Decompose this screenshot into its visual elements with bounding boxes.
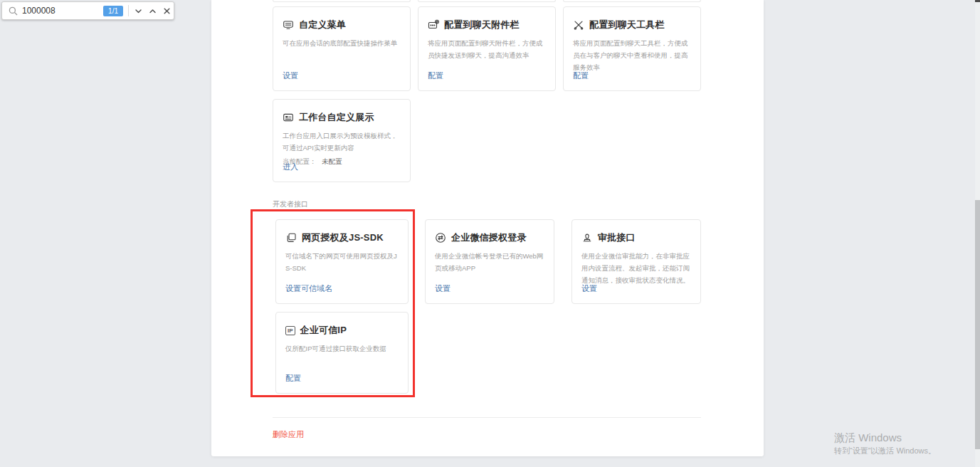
card-wecom-oauth-login: 企业微信授权登录 使用企业微信帐号登录已有的Web网页或移动APP 设置: [425, 219, 554, 304]
windows-activation-watermark: 激活 Windows 转到“设置”以激活 Windows。: [834, 431, 936, 456]
card-title: 配置到聊天工具栏: [589, 19, 665, 31]
card-title: 配置到聊天附件栏: [444, 19, 520, 31]
watermark-subtitle: 转到“设置”以激活 Windows。: [834, 446, 936, 456]
find-bar-divider: [128, 5, 129, 16]
chat-toolbar-configure-link[interactable]: 配置: [573, 70, 589, 81]
card-title: 网页授权及JS-SDK: [302, 231, 384, 244]
card-description: 将应用页面配置到聊天附件栏，方便成员快捷发送到聊天，提高沟通效率: [418, 31, 555, 61]
chat-attachment-configure-link[interactable]: 配置: [428, 70, 443, 81]
cutoff-card: [563, 0, 701, 2]
card-description: 可信域名下的网页可使用网页授权及JS-SDK: [276, 244, 408, 274]
web-auth-icon: [285, 232, 297, 243]
card-approval-api: 审批接口 使用企业微信审批能力，在非审批应用内设置流程、发起审批，还能订阅通知消…: [571, 219, 701, 304]
workbench-display-icon: [283, 112, 294, 123]
developer-api-section-label: 开发者接口: [273, 199, 308, 209]
ip-icon: IP: [285, 326, 295, 335]
card-chat-toolbar: 配置到聊天工具栏 将应用页面配置到聊天工具栏，方便成员在与客户的聊天中查看和使用…: [563, 6, 701, 91]
approval-api-settings-link[interactable]: 设置: [581, 283, 597, 294]
workbench-enter-link[interactable]: 进入: [283, 162, 298, 172]
footer-divider: [273, 417, 701, 418]
card-title: 企业微信授权登录: [451, 231, 527, 244]
menu-icon: [283, 19, 294, 31]
card-title: 工作台自定义展示: [299, 111, 374, 124]
card-title: 审批接口: [598, 231, 636, 244]
match-counter-badge: 1/1: [103, 6, 123, 16]
scrollbar-top-button[interactable]: [975, 0, 980, 2]
card-web-auth-jssdk: 网页授权及JS-SDK 可信域名下的网页可使用网页授权及JS-SDK 设置可信域…: [275, 219, 409, 304]
card-chat-attachment-bar: 配置到聊天附件栏 将应用页面配置到聊天附件栏，方便成员快捷发送到聊天，提高沟通效…: [418, 6, 556, 91]
find-input[interactable]: [22, 6, 103, 16]
card-custom-menu: 自定义菜单 可在应用会话的底部配置快捷操作菜单 设置: [273, 6, 411, 91]
cutoff-card: [418, 0, 556, 2]
card-description: 使用企业微信审批能力，在非审批应用内设置流程、发起审批，还能订阅通知消息，接收审…: [572, 244, 700, 286]
chevron-up-icon[interactable]: [147, 5, 158, 16]
trusted-ip-configure-link[interactable]: 配置: [285, 373, 301, 384]
card-description: 使用企业微信帐号登录已有的Web网页或移动APP: [426, 244, 554, 274]
card-title: 企业可信IP: [300, 324, 347, 337]
cutoff-card: [273, 0, 411, 2]
custom-menu-settings-link[interactable]: 设置: [283, 70, 298, 81]
find-bar: 1/1: [1, 1, 174, 20]
card-description: 将应用页面配置到聊天工具栏，方便成员在与客户的聊天中查看和使用，提高服务效率: [564, 31, 700, 73]
status-value: 未配置: [322, 157, 342, 165]
card-description: 可在应用会话的底部配置快捷操作菜单: [273, 31, 410, 49]
scrollbar-thumb[interactable]: [975, 200, 980, 449]
card-title: 自定义菜单: [299, 19, 346, 31]
oauth-login-icon: [435, 232, 446, 243]
watermark-title: 激活 Windows: [834, 431, 936, 444]
search-icon: [9, 6, 18, 16]
close-icon[interactable]: [161, 5, 172, 16]
trusted-domain-settings-link[interactable]: 设置可信域名: [285, 283, 332, 294]
oauth-login-settings-link[interactable]: 设置: [435, 283, 451, 294]
card-workbench-display: 工作台自定义展示 工作台应用入口展示为预设模板样式，可通过API实时更新内容 当…: [273, 99, 411, 182]
card-description: 工作台应用入口展示为预设模板样式，可通过API实时更新内容: [273, 124, 410, 154]
chat-toolbar-icon: [573, 19, 584, 31]
delete-app-link[interactable]: 删除应用: [273, 429, 304, 440]
chevron-down-icon[interactable]: [132, 5, 144, 16]
card-trusted-ip: IP 企业可信IP 仅所配IP可通过接口获取企业数据 配置: [275, 312, 409, 394]
chat-attachment-icon: [428, 19, 439, 31]
approval-stamp-icon: [581, 232, 593, 243]
card-description: 仅所配IP可通过接口获取企业数据: [276, 337, 408, 355]
